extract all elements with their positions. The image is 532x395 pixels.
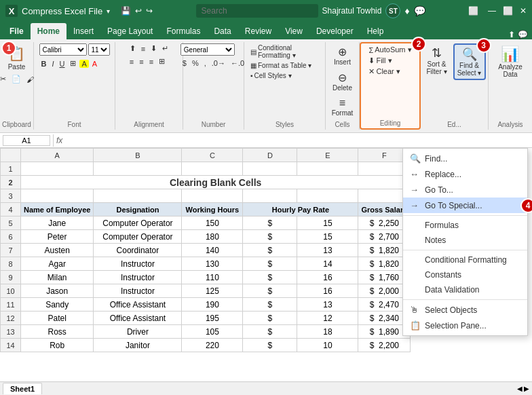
increase-decimal-button[interactable]: .0→ — [210, 58, 227, 68]
cell-hours-14[interactable]: 220 — [182, 339, 243, 352]
quick-save-icon[interactable]: 💾 — [121, 6, 131, 16]
comma-button[interactable]: , — [202, 58, 208, 68]
goto-special-item[interactable]: 4 → Go To Special... — [403, 198, 527, 213]
cell-desig-6[interactable]: Computer Operator — [94, 230, 182, 244]
notes-item[interactable]: Notes — [403, 233, 527, 248]
row-num-11[interactable]: 11 — [1, 298, 21, 312]
align-middle-button[interactable]: ≡ — [139, 43, 147, 54]
cell-curr-13[interactable]: $ — [243, 325, 297, 339]
cell-e1[interactable] — [297, 162, 358, 176]
cell-desig-5[interactable]: Computer Operator — [94, 217, 182, 230]
cell-hours-5[interactable]: 150 — [182, 217, 243, 230]
header-name[interactable]: Name of Employee — [21, 203, 94, 217]
cell-rate-10[interactable]: 16 — [297, 284, 358, 298]
format-table-button[interactable]: ▦ Format as Table ▾ — [248, 61, 314, 70]
wrap-text-button[interactable]: ↵ — [160, 43, 170, 54]
cell-hours-12[interactable]: 195 — [182, 312, 243, 325]
cell-c3[interactable] — [182, 189, 243, 203]
cell-desig-12[interactable]: Office Assistant — [94, 312, 182, 325]
comments-icon[interactable]: 💬 — [414, 5, 425, 16]
cell-curr-5[interactable]: $ — [243, 217, 297, 230]
sort-filter-button[interactable]: ⇅ Sort & Filter ▾ — [423, 43, 451, 77]
tab-formulas[interactable]: Formulas — [159, 23, 207, 39]
cell-hours-13[interactable]: 105 — [182, 325, 243, 339]
cell-rate-6[interactable]: 15 — [297, 230, 358, 244]
col-header-b[interactable]: B — [94, 149, 182, 162]
bold-button[interactable]: B — [39, 59, 49, 69]
cell-rate-7[interactable]: 13 — [297, 244, 358, 257]
align-center-button[interactable]: ≡ — [137, 56, 145, 67]
col-header-a[interactable]: A — [21, 149, 94, 162]
cell-name-10[interactable]: Jason — [21, 284, 94, 298]
cell-hours-9[interactable]: 110 — [182, 271, 243, 284]
row-num-13[interactable]: 13 — [1, 325, 21, 339]
cell-name-5[interactable]: Jane — [21, 217, 94, 230]
name-box[interactable] — [3, 135, 50, 146]
cell-e3[interactable] — [297, 189, 358, 203]
cell-curr-8[interactable]: $ — [243, 257, 297, 271]
comments-ribbon-icon[interactable]: 💬 — [518, 30, 528, 39]
maximize-icon[interactable]: ⬜ — [503, 6, 513, 16]
col-header-d[interactable]: D — [243, 149, 297, 162]
row-num-4[interactable]: 4 — [1, 203, 21, 217]
search-input[interactable] — [196, 4, 318, 18]
cell-name-7[interactable]: Austen — [21, 244, 94, 257]
constants-item[interactable]: Constants — [403, 267, 527, 282]
copy-button[interactable]: 📄 — [10, 74, 23, 84]
insert-cells-button[interactable]: ⊕ Insert — [330, 43, 355, 68]
format-cells-button[interactable]: ≡ Format — [329, 95, 356, 119]
cell-hours-11[interactable]: 190 — [182, 298, 243, 312]
cell-name-6[interactable]: Peter — [21, 230, 94, 244]
cell-name-12[interactable]: Patel — [21, 312, 94, 325]
cell-a3[interactable] — [21, 189, 94, 203]
tab-file[interactable]: File — [3, 23, 31, 39]
row-num-12[interactable]: 12 — [1, 312, 21, 325]
formula-input[interactable] — [65, 136, 529, 145]
header-hourly-pay[interactable]: Hourly Pay Rate — [243, 203, 358, 217]
cell-a1[interactable] — [21, 162, 94, 176]
row-num-1[interactable]: 1 — [1, 162, 21, 176]
font-family-select[interactable]: Calibri — [39, 43, 87, 56]
cell-desig-14[interactable]: Janitor — [94, 339, 182, 352]
cell-d3[interactable] — [243, 189, 297, 203]
cell-desig-9[interactable]: Instructor — [94, 271, 182, 284]
align-bottom-button[interactable]: ⬇ — [149, 43, 159, 54]
tab-review[interactable]: Review — [238, 23, 278, 39]
find-item[interactable]: 🔍 Find... — [403, 151, 527, 166]
cell-curr-12[interactable]: $ — [243, 312, 297, 325]
number-format-select[interactable]: General — [180, 43, 235, 56]
font-color-button[interactable]: A — [90, 59, 99, 69]
goto-item[interactable]: → Go To... — [403, 182, 527, 198]
cell-desig-7[interactable]: Coordinator — [94, 244, 182, 257]
cell-name-13[interactable]: Ross — [21, 325, 94, 339]
cell-curr-14[interactable]: $ — [243, 339, 297, 352]
sheet-tab-sheet1[interactable]: Sheet1 — [3, 383, 42, 394]
cell-curr-11[interactable]: $ — [243, 298, 297, 312]
fill-button[interactable]: ⬇ Fill ▾ — [366, 56, 394, 66]
conditional-formatting-button[interactable]: ▤ Conditional Formatting ▾ — [248, 43, 321, 60]
row-num-5[interactable]: 5 — [1, 217, 21, 230]
cell-desig-8[interactable]: Instructor — [94, 257, 182, 271]
tab-help[interactable]: Help — [360, 23, 391, 39]
tab-view[interactable]: View — [278, 23, 309, 39]
ribbon-collapse-icon[interactable]: ⬜ — [468, 6, 478, 16]
redo-icon[interactable]: ↪ — [146, 6, 153, 16]
cell-rate-9[interactable]: 16 — [297, 271, 358, 284]
row-num-9[interactable]: 9 — [1, 271, 21, 284]
scroll-left-sheets[interactable]: ◀ — [517, 385, 522, 392]
row-num-2[interactable]: 2 — [1, 176, 21, 189]
undo-icon[interactable]: ↩ — [135, 6, 142, 16]
cell-name-8[interactable]: Agar — [21, 257, 94, 271]
autosum-button[interactable]: Σ AutoSum ▾ — [366, 45, 413, 55]
analyze-data-button[interactable]: 📊 Analyze Data — [495, 43, 525, 80]
align-top-button[interactable]: ⬆ — [128, 43, 138, 54]
scroll-right-sheets[interactable]: ▶ — [524, 385, 529, 392]
cond-format-item[interactable]: Conditional Formatting — [403, 252, 527, 267]
border-button[interactable]: ⊞ — [68, 58, 78, 69]
header-working-hours[interactable]: Working Hours — [182, 203, 243, 217]
selection-pane-item[interactable]: 📋 Selection Pane... — [403, 318, 527, 333]
font-size-select[interactable]: 11 — [88, 43, 110, 56]
tab-home[interactable]: Home — [31, 23, 66, 39]
row-num-8[interactable]: 8 — [1, 257, 21, 271]
minimize-icon[interactable]: — — [488, 6, 496, 16]
